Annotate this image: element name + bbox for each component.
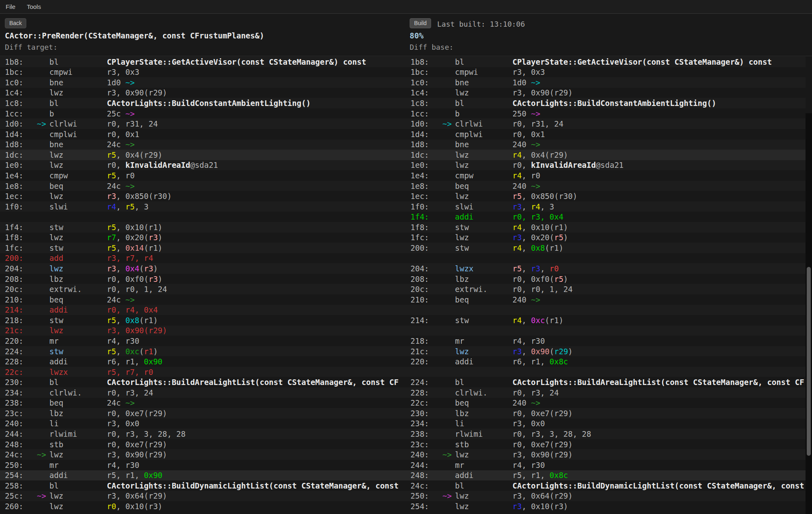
base-asm-cell[interactable]: 228:clrlwi.r0, r3, 24 bbox=[410, 387, 806, 398]
target-asm-cell[interactable]: 1bc:cmpwir3, 0x3 bbox=[0, 67, 406, 78]
base-asm-cell[interactable]: 204:lwzxr5, r3, r0 bbox=[410, 263, 806, 274]
base-asm-cell[interactable]: 244:mrr4, r30 bbox=[410, 460, 806, 470]
base-asm-cell[interactable]: 1f8:stwr4, 0x10(r1) bbox=[410, 222, 806, 233]
target-asm-cell[interactable]: 1e0:lwzr0, kInvalidAreaId@sda21 bbox=[0, 160, 406, 171]
base-asm-cell[interactable]: 24c:blCActorLights::BuildDynamicLightLis… bbox=[410, 480, 806, 491]
base-asm-cell[interactable]: 1cc:b250 ~> bbox=[410, 108, 806, 119]
target-asm-cell[interactable]: 250:mrr4, r30 bbox=[0, 460, 406, 470]
base-asm-cell[interactable]: 218:mrr4, r30 bbox=[410, 336, 806, 346]
base-asm-cell[interactable]: 23c:stbr0, 0xe7(r29) bbox=[410, 439, 806, 450]
asm-mnemonic: slwi bbox=[455, 202, 512, 211]
target-asm-cell[interactable]: 238:beq24c ~> bbox=[0, 398, 406, 408]
base-asm-cell[interactable]: 254:lwzr3, 0x10(r3) bbox=[410, 501, 806, 512]
base-asm-cell[interactable]: 1d0:~>clrlwir0, r31, 24 bbox=[410, 118, 806, 129]
target-asm-cell[interactable]: 1d8:bne24c ~> bbox=[0, 140, 406, 150]
base-asm-cell[interactable]: 1fc:lwzr3, 0x20(r5) bbox=[410, 233, 806, 243]
target-asm-cell[interactable]: 1dc:lwzr5, 0x4(r29) bbox=[0, 150, 406, 160]
target-asm-cell[interactable]: 1c4:lwzr3, 0x90(r29) bbox=[0, 88, 406, 98]
target-asm-cell[interactable]: 1e8:beq24c ~> bbox=[0, 181, 406, 191]
target-asm-cell[interactable]: 230:blCActorLights::BuildAreaLightList(c… bbox=[0, 377, 406, 387]
base-asm-cell[interactable]: 22c:beq240 ~> bbox=[410, 398, 806, 408]
base-asm-cell[interactable]: 1dc:lwzr4, 0x4(r29) bbox=[410, 150, 806, 160]
target-asm-cell[interactable]: 240:lir3, 0x0 bbox=[0, 419, 406, 429]
target-asm-cell[interactable]: 20c:extrwi.r0, r0, 1, 24 bbox=[0, 284, 406, 294]
base-asm-cell[interactable]: 220:addir6, r1, 0x8c bbox=[410, 356, 806, 367]
asm-address: 238: bbox=[410, 429, 438, 438]
base-asm-cell[interactable]: 208:lbzr0, 0xf0(r5) bbox=[410, 274, 806, 284]
base-asm-cell[interactable]: 1e4:cmpwr4, r0 bbox=[410, 170, 806, 181]
build-button[interactable]: Build bbox=[410, 18, 431, 28]
scrollbar-track[interactable] bbox=[806, 113, 812, 514]
base-asm-cell[interactable]: 20c:extrwi.r0, r0, 1, 24 bbox=[410, 284, 806, 294]
target-asm-cell[interactable]: 224:stwr5, 0xc(r1) bbox=[0, 346, 406, 357]
target-asm-cell[interactable]: 244:rlwimir0, r3, 3, 28, 28 bbox=[0, 429, 406, 439]
base-asm-cell[interactable]: 1e8:beq240 ~> bbox=[410, 181, 806, 191]
target-asm-cell[interactable]: 1cc:b25c ~> bbox=[0, 108, 406, 119]
operand-token: ) bbox=[158, 233, 162, 242]
target-asm-cell[interactable]: 1fc:stwr5, 0x14(r1) bbox=[0, 243, 406, 253]
target-asm-cell[interactable]: 21c:lwzr3, 0x90(r29) bbox=[0, 326, 406, 336]
target-asm-cell[interactable]: 228:addir6, r1, 0x90 bbox=[0, 356, 406, 367]
target-asm-cell[interactable]: 1b8:blCPlayerState::GetActiveVisor(const… bbox=[0, 57, 406, 67]
base-asm-cell[interactable]: 248:addir5, r1, 0x8c bbox=[410, 470, 806, 481]
target-asm-cell[interactable]: 254:addir5, r1, 0x90 bbox=[0, 470, 406, 481]
target-asm-cell[interactable]: 234:clrlwi.r0, r3, 24 bbox=[0, 387, 406, 398]
target-asm-cell[interactable]: 248:stbr0, 0xe7(r29) bbox=[0, 439, 406, 450]
base-asm-cell[interactable]: 240:~>lwzr3, 0x90(r29) bbox=[410, 449, 806, 460]
target-asm-cell[interactable]: 260:lwzr0, 0x10(r3) bbox=[0, 501, 406, 512]
target-asm-cell[interactable]: 23c:lbzr0, 0xe7(r29) bbox=[0, 408, 406, 419]
base-asm-cell[interactable]: 214:stwr4, 0xc(r1) bbox=[410, 315, 806, 326]
base-asm-cell[interactable]: 1d8:bne240 ~> bbox=[410, 140, 806, 150]
base-asm-cell[interactable]: 21c:lwzr3, 0x90(r29) bbox=[410, 346, 806, 357]
base-asm-cell[interactable]: 1c0:bne1d0 ~> bbox=[410, 77, 806, 88]
base-asm-cell[interactable]: 1e0:lwzr0, kInvalidAreaId@sda21 bbox=[410, 160, 806, 171]
operand-token: r4 bbox=[512, 223, 522, 232]
target-asm-cell[interactable]: 1f8:lwzr7, 0x20(r3) bbox=[0, 233, 406, 243]
target-asm-cell[interactable]: 258:blCActorLights::BuildDynamicLightLis… bbox=[0, 480, 406, 491]
target-asm-cell[interactable]: 1e4:cmpwr5, r0 bbox=[0, 170, 406, 181]
base-asm-cell[interactable]: 210:beq240 ~> bbox=[410, 294, 806, 305]
base-asm-cell[interactable]: 1ec:lwzr5, 0x850(r30) bbox=[410, 191, 806, 201]
base-asm-cell[interactable]: 234:lir3, 0x0 bbox=[410, 419, 806, 429]
asm-row: 24c:~>lwzr3, 0x90(r29)240:~>lwzr3, 0x90(… bbox=[0, 449, 806, 460]
asm-mnemonic: addi bbox=[455, 212, 512, 221]
base-asm-cell[interactable]: 224:blCActorLights::BuildAreaLightList(c… bbox=[410, 377, 806, 387]
target-asm-cell[interactable]: 25c:~>lwzr3, 0x64(r29) bbox=[0, 491, 406, 501]
target-asm-cell[interactable]: 1ec:lwzr3, 0x850(r30) bbox=[0, 191, 406, 201]
asm-mnemonic: bne bbox=[455, 140, 512, 149]
target-asm-cell[interactable]: 214:addir0, r4, 0x4 bbox=[0, 305, 406, 315]
back-button[interactable]: Back bbox=[5, 18, 26, 28]
asm-address: 204: bbox=[410, 264, 438, 273]
menu-tools[interactable]: Tools bbox=[21, 0, 47, 13]
target-asm-cell[interactable]: 1d4:cmplwir0, 0x1 bbox=[0, 129, 406, 140]
operand-token: , bbox=[522, 243, 531, 252]
target-asm-cell[interactable]: 200:addr3, r7, r4 bbox=[0, 253, 406, 264]
target-asm-cell[interactable]: 1d0:~>clrlwir0, r31, 24 bbox=[0, 118, 406, 129]
base-asm-cell[interactable]: 200:stwr4, 0x8(r1) bbox=[410, 243, 806, 253]
scrollbar-thumb[interactable] bbox=[807, 267, 811, 456]
base-asm-cell[interactable]: 230:lbzr0, 0xe7(r29) bbox=[410, 408, 806, 419]
target-asm-cell[interactable]: 210:beq24c ~> bbox=[0, 294, 406, 305]
target-asm-cell[interactable]: 204:lwzr3, 0x4(r3) bbox=[0, 263, 406, 274]
target-asm-cell[interactable]: 1f4:stwr5, 0x10(r1) bbox=[0, 222, 406, 233]
target-asm-cell[interactable]: 1c0:bne1d0 ~> bbox=[0, 77, 406, 88]
asm-operands: r5, 0x850(r30) bbox=[512, 192, 577, 201]
base-asm-cell[interactable]: 1d4:cmplwir0, 0x1 bbox=[410, 129, 806, 140]
base-asm-cell[interactable]: 238:rlwimir0, r3, 3, 28, 28 bbox=[410, 429, 806, 439]
base-asm-cell[interactable]: 1c8:blCActorLights::BuildConstantAmbient… bbox=[410, 98, 806, 108]
target-asm-cell[interactable]: 24c:~>lwzr3, 0x90(r29) bbox=[0, 449, 406, 460]
target-asm-cell[interactable]: 1c8:blCActorLights::BuildConstantAmbient… bbox=[0, 98, 406, 108]
target-asm-cell[interactable]: 220:mrr4, r30 bbox=[0, 336, 406, 346]
base-asm-cell[interactable]: 1c4:lwzr3, 0x90(r29) bbox=[410, 88, 806, 98]
base-asm-cell[interactable]: 1bc:cmpwir3, 0x3 bbox=[410, 67, 806, 78]
base-asm-cell[interactable]: 1f4:addir0, r3, 0x4 bbox=[410, 212, 806, 222]
base-asm-cell[interactable]: 1f0:slwir3, r4, 3 bbox=[410, 201, 806, 212]
target-asm-cell[interactable]: 1f0:slwir4, r5, 3 bbox=[0, 201, 406, 212]
target-asm-cell[interactable]: 208:lbzr0, 0xf0(r3) bbox=[0, 274, 406, 284]
menu-file[interactable]: File bbox=[0, 0, 21, 13]
target-asm-cell[interactable]: 218:stwr5, 0x8(r1) bbox=[0, 315, 406, 326]
operand-token: r3 bbox=[144, 264, 153, 273]
base-asm-cell[interactable]: 250:~>lwzr3, 0x64(r29) bbox=[410, 491, 806, 501]
target-asm-cell[interactable]: 22c:lwzxr5, r7, r0 bbox=[0, 367, 406, 377]
base-asm-cell[interactable]: 1b8:blCPlayerState::GetActiveVisor(const… bbox=[410, 57, 806, 67]
